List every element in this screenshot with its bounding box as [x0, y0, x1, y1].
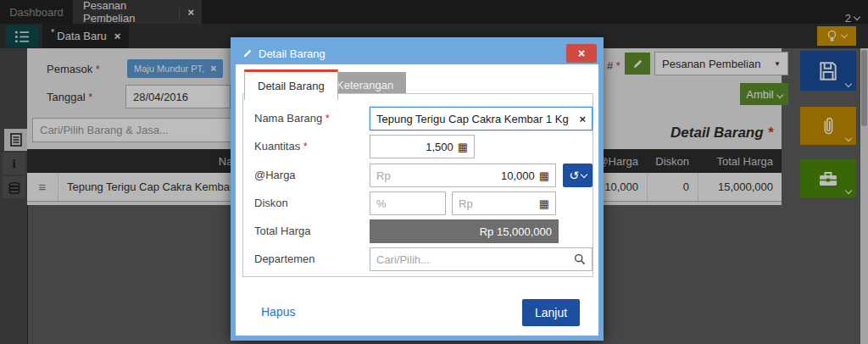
departemen-input[interactable]: Cari/Pilih... — [370, 247, 593, 271]
dialog-titlebar[interactable]: Detail Barang — [236, 42, 598, 64]
dialog-title: Detail Barang — [259, 47, 326, 60]
modal-tab-detail-barang[interactable]: Detail Barang — [244, 69, 338, 100]
chevron-down-icon — [581, 170, 587, 177]
close-icon: × — [578, 47, 585, 60]
lanjut-button[interactable]: Lanjut — [522, 299, 580, 326]
calculator-icon[interactable]: ▦ — [458, 141, 468, 153]
nama-barang-input[interactable]: Tepung Terigu Cap Cakra Kembar 1 Kg × — [370, 107, 593, 130]
calculator-icon[interactable]: ▦ — [539, 198, 549, 209]
kuantitas-label: Kuantitas * — [254, 140, 308, 153]
harga-label: @Harga — [254, 169, 296, 181]
diskon-label: Diskon — [254, 197, 288, 209]
diskon-rupiah-input[interactable]: Rp ▦ — [452, 191, 556, 215]
app-window: Dashboard Pesanan Pembelian × 2 * Data B… — [0, 0, 868, 344]
history-clock-icon: ↺ — [569, 169, 579, 182]
clear-icon[interactable]: × — [579, 113, 586, 125]
price-history-button[interactable]: ↺ — [563, 164, 593, 187]
calculator-icon[interactable]: ▦ — [539, 170, 549, 181]
kuantitas-input[interactable]: 1,500 ▦ — [370, 135, 475, 158]
nama-barang-label: Nama Barang * — [254, 112, 330, 125]
harga-input[interactable]: Rp 10,000 ▦ — [370, 164, 556, 187]
dialog-close-button[interactable]: × — [566, 44, 597, 63]
total-harga-label: Total Harga — [254, 225, 310, 237]
total-harga-readonly: Rp 15,000,000 — [370, 219, 559, 243]
detail-barang-dialog: Detail Barang × Detail Barang Keterangan… — [231, 37, 604, 341]
hapus-link[interactable]: Hapus — [261, 305, 295, 319]
currency-prefix: Rp — [376, 169, 391, 182]
search-icon — [574, 253, 586, 265]
pencil-icon — [242, 48, 253, 58]
departemen-label: Departemen — [254, 252, 315, 265]
diskon-persen-input[interactable]: % — [370, 191, 446, 215]
